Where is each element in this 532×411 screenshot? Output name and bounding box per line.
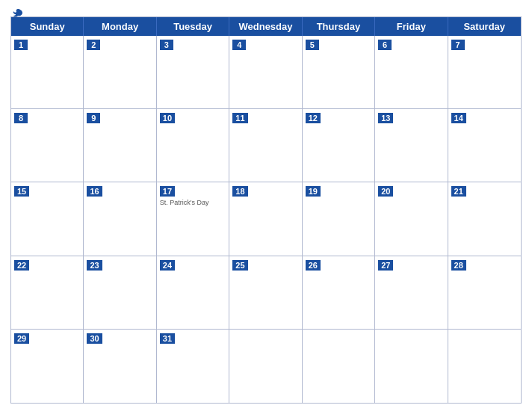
date-number: 4 (232, 40, 246, 50)
calendar-row-2: 891011121314 (11, 109, 521, 182)
calendar-cell: 6 (375, 36, 448, 109)
date-number: 22 (14, 260, 29, 271)
calendar-cell: 13 (375, 109, 448, 182)
date-number: 14 (451, 113, 466, 123)
calendar-cell: 30 (84, 330, 156, 403)
date-number: 21 (451, 186, 466, 197)
calendar-cell: 7 (448, 36, 521, 109)
calendar-cell: 19 (303, 182, 375, 256)
date-number: 1 (14, 40, 28, 50)
calendar-cell: 25 (229, 256, 302, 330)
date-number: 24 (160, 260, 175, 271)
date-number: 20 (378, 186, 393, 197)
calendar-cell: 21 (448, 182, 521, 256)
weekday-header-monday: Monday (84, 17, 156, 36)
calendar-cell: 23 (84, 256, 156, 330)
calendar-cell: 28 (448, 256, 521, 330)
calendar-cell: 20 (375, 182, 448, 256)
logo-blue-text (10, 7, 24, 19)
calendar-cell (303, 330, 375, 403)
calendar-cell: 9 (84, 109, 156, 182)
calendar-cell: 8 (11, 109, 84, 182)
weekday-header-thursday: Thursday (303, 17, 375, 36)
weekday-header-friday: Friday (375, 17, 448, 36)
calendar-row-4: 22232425262728 (11, 256, 521, 330)
date-number: 9 (87, 113, 100, 123)
calendar-cell: 3 (157, 36, 229, 109)
date-number: 19 (306, 186, 321, 197)
calendar-cell: 10 (157, 109, 229, 182)
calendar-cell: 11 (229, 109, 302, 182)
date-number: 16 (87, 186, 102, 197)
date-number: 12 (306, 113, 321, 123)
calendar-cell: 27 (375, 256, 448, 330)
calendar-cell: 18 (229, 182, 302, 256)
date-number: 7 (451, 40, 465, 50)
logo (10, 7, 24, 19)
calendar-cell: 22 (11, 256, 84, 330)
date-number: 27 (378, 260, 393, 271)
date-number: 8 (14, 113, 28, 123)
date-number: 11 (232, 113, 247, 123)
date-number: 2 (87, 40, 100, 50)
calendar-cell: 14 (448, 109, 521, 182)
calendar-cell: 26 (303, 256, 375, 330)
calendar-page: SundayMondayTuesdayWednesdayThursdayFrid… (0, 0, 532, 411)
calendar-cell (375, 330, 448, 403)
calendar-cell: 15 (11, 182, 84, 256)
date-number: 25 (232, 260, 247, 271)
date-number: 17 (160, 186, 175, 197)
weekday-header-row: SundayMondayTuesdayWednesdayThursdayFrid… (11, 17, 521, 36)
calendar-cell: 16 (84, 182, 156, 256)
calendar-grid: SundayMondayTuesdayWednesdayThursdayFrid… (10, 16, 522, 404)
date-number: 3 (160, 40, 173, 50)
date-number: 31 (160, 333, 175, 344)
calendar-header (10, 7, 522, 13)
calendar-row-5: 293031 (11, 330, 521, 403)
calendar-cell: 17St. Patrick's Day (157, 182, 229, 256)
date-number: 10 (160, 113, 175, 123)
calendar-body: 1234567891011121314151617St. Patrick's D… (11, 36, 521, 403)
weekday-header-wednesday: Wednesday (229, 17, 302, 36)
logo-bird-icon (12, 7, 24, 19)
calendar-cell (229, 330, 302, 403)
calendar-cell: 5 (303, 36, 375, 109)
calendar-cell: 2 (84, 36, 156, 109)
date-number: 15 (14, 186, 29, 197)
calendar-cell: 12 (303, 109, 375, 182)
calendar-cell: 29 (11, 330, 84, 403)
date-number: 13 (378, 113, 393, 123)
date-number: 28 (451, 260, 466, 271)
calendar-cell: 31 (157, 330, 229, 403)
date-number: 23 (87, 260, 102, 271)
date-number: 6 (378, 40, 392, 50)
calendar-row-1: 1234567 (11, 36, 521, 109)
calendar-cell: 1 (11, 36, 84, 109)
weekday-header-tuesday: Tuesday (157, 17, 229, 36)
weekday-header-sunday: Sunday (11, 17, 84, 36)
calendar-cell (448, 330, 521, 403)
weekday-header-saturday: Saturday (448, 17, 521, 36)
calendar-row-3: 151617St. Patrick's Day18192021 (11, 182, 521, 256)
calendar-cell: 24 (157, 256, 229, 330)
date-number: 29 (14, 333, 29, 344)
date-number: 5 (306, 40, 319, 50)
date-number: 30 (87, 333, 102, 344)
calendar-cell: 4 (229, 36, 302, 109)
date-number: 26 (306, 260, 321, 271)
event-label: St. Patrick's Day (160, 199, 226, 206)
date-number: 18 (232, 186, 247, 197)
